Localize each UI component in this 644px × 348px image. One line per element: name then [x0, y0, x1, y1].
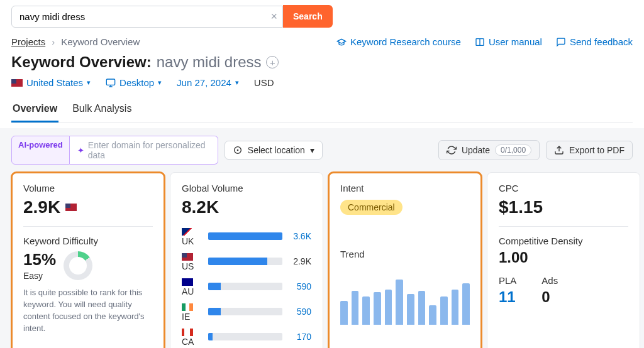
svg-rect-1 — [106, 79, 114, 85]
page-title: Keyword Overview: — [11, 53, 152, 71]
trend-bar — [429, 305, 436, 325]
volume-value: 2.9K — [23, 197, 77, 217]
ads-value: 0 — [541, 288, 558, 306]
filter-date[interactable]: Jun 27, 2024▾ — [177, 77, 239, 88]
ai-powered-chip: AI-powered — [11, 136, 70, 165]
currency-label: USD — [254, 77, 274, 88]
trend-bar — [418, 291, 426, 325]
tab-bulk[interactable]: Bulk Analysis — [71, 97, 133, 122]
chevron-down-icon: ▾ — [310, 145, 314, 155]
card-cpc: CPC $1.15 Competitive Density 1.00 PLA 1… — [487, 172, 640, 348]
trend-bar — [462, 283, 470, 325]
link-manual[interactable]: User manual — [475, 36, 542, 47]
book-icon — [475, 37, 485, 47]
intent-label: Intent — [340, 183, 470, 193]
breadcrumb: Projects › Keyword Overview — [11, 36, 140, 47]
cd-value: 1.00 — [499, 249, 628, 266]
target-icon — [233, 145, 243, 155]
cd-label: Competitive Density — [499, 236, 628, 246]
search-input[interactable] — [12, 6, 282, 27]
trend-chart — [340, 268, 470, 325]
flag-icon — [182, 303, 193, 311]
gv-row[interactable]: CA170 — [182, 327, 311, 347]
export-icon — [554, 145, 564, 155]
desktop-icon — [106, 78, 116, 88]
sparkle-icon: ✦ — [77, 146, 84, 155]
trend-bar — [396, 280, 403, 325]
intent-value: Commercial — [340, 200, 402, 215]
chevron-right-icon: › — [52, 36, 55, 47]
trend-bar — [352, 291, 359, 325]
svg-point-3 — [237, 150, 238, 150]
kd-description: It is quite possible to rank for this ke… — [23, 287, 153, 334]
cpc-label: CPC — [499, 183, 628, 193]
link-feedback[interactable]: Send feedback — [556, 36, 633, 47]
select-location[interactable]: Select location ▾ — [225, 141, 323, 160]
update-button[interactable]: Update 0/1,000 — [438, 140, 540, 160]
gv-row[interactable]: AU590 — [182, 276, 311, 296]
link-course[interactable]: Keyword Research course — [336, 36, 461, 47]
flag-us-icon — [11, 79, 23, 87]
search-button[interactable]: Search — [283, 5, 333, 28]
card-intent: Intent Commercial Trend — [328, 172, 482, 348]
page-keyword: navy midi dress — [157, 53, 262, 71]
trend-bar — [362, 296, 370, 325]
volume-label: Volume — [23, 183, 153, 193]
gv-row[interactable]: US2.9K — [182, 251, 311, 271]
search-wrapper: × — [11, 6, 283, 28]
flag-icon — [182, 278, 193, 286]
tab-overview[interactable]: Overview — [11, 97, 58, 122]
gv-row[interactable]: IE590 — [182, 302, 311, 322]
domain-input[interactable]: ✦ Enter domain for personalized data — [70, 136, 218, 165]
card-volume: Volume 2.9K Keyword Difficulty 15% Easy … — [11, 172, 165, 348]
refresh-icon — [447, 145, 457, 155]
trend-bar — [340, 301, 348, 325]
kd-label: Keyword Difficulty — [23, 236, 153, 246]
export-button[interactable]: Export to PDF — [546, 141, 633, 160]
kd-level: Easy — [23, 271, 56, 281]
pla-value[interactable]: 11 — [499, 288, 516, 306]
breadcrumb-current: Keyword Overview — [61, 36, 140, 47]
card-global-volume: Global Volume 8.2K UK3.6KUS2.9KAU590IE59… — [170, 172, 323, 348]
trend-bar — [385, 290, 392, 325]
ads-label: Ads — [541, 275, 558, 286]
update-count: 0/1,000 — [495, 144, 531, 156]
trend-bar — [440, 296, 448, 325]
kd-donut-chart — [64, 251, 92, 280]
chevron-down-icon: ▾ — [87, 79, 91, 87]
trend-bar — [407, 294, 414, 325]
kd-percent: 15% — [23, 250, 56, 269]
trend-label: Trend — [340, 249, 470, 259]
flag-us-icon — [65, 204, 77, 211]
gv-label: Global Volume — [182, 183, 311, 193]
chat-icon — [556, 37, 566, 47]
clear-icon[interactable]: × — [270, 11, 277, 22]
filter-country[interactable]: United States▾ — [11, 77, 91, 88]
trend-bar — [452, 290, 459, 325]
flag-icon — [182, 228, 193, 236]
flag-icon — [182, 329, 193, 336]
trend-bar — [374, 292, 381, 325]
gv-row[interactable]: UK3.6K — [182, 226, 311, 246]
breadcrumb-projects[interactable]: Projects — [11, 36, 45, 47]
filter-device[interactable]: Desktop▾ — [106, 77, 162, 88]
flag-icon — [182, 253, 193, 261]
pla-label: PLA — [499, 275, 516, 286]
add-keyword-button[interactable]: + — [266, 56, 279, 68]
cpc-value: $1.15 — [499, 197, 543, 217]
gv-value: 8.2K — [182, 197, 219, 217]
graduation-icon — [336, 37, 347, 47]
